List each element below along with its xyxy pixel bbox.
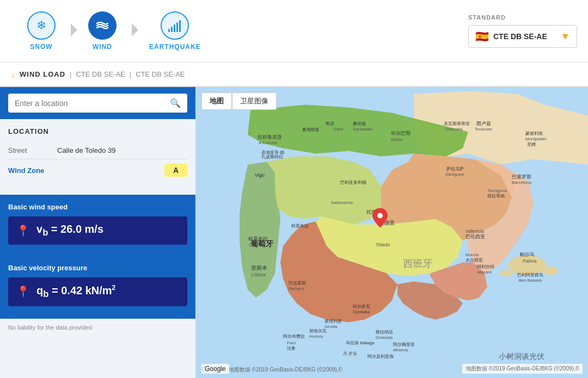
svg-text:Vigo: Vigo: [255, 172, 265, 178]
location-section-title: LOCATION: [8, 127, 187, 135]
svg-text:阿尔梅里亚: 阿尔梅里亚: [393, 342, 415, 347]
svg-point-7: [542, 267, 558, 275]
svg-text:阿尔及利亚海: 阿尔及利亚海: [367, 354, 394, 359]
wind-speed-formula: vb = 26.0 m/s: [36, 223, 103, 238]
map-attribution: 地图数据 ©2019 GeoBasis-DE/BKG (©2009),©: [462, 364, 583, 374]
svg-text:科英布拉: 科英布拉: [291, 224, 309, 228]
svg-text:丹·罗洛: 丹·罗洛: [343, 351, 357, 356]
svg-rect-3: [176, 22, 178, 32]
svg-point-74: [377, 213, 383, 219]
street-value: Calle de Toledo 39: [57, 146, 115, 154]
wind-speed-card: 📍 vb = 26.0 m/s: [8, 216, 187, 245]
wind-zone-label: Wind Zone: [8, 166, 159, 175]
svg-text:Palma: Palma: [523, 258, 537, 264]
svg-text:葡萄牙: 葡萄牙: [250, 239, 273, 248]
breadcrumb-main: WIND LOAD: [20, 70, 65, 78]
svg-text:Huelva: Huelva: [309, 334, 323, 339]
svg-text:巴利阿里群岛: 巴利阿里群岛: [517, 272, 543, 277]
svg-text:Tarragona: Tarragona: [487, 188, 507, 193]
breadcrumb-arrow-icon: ↓: [11, 70, 15, 79]
velocity-pressure-formula: qb = 0.42 kN/m2: [36, 284, 115, 300]
svg-text:圣瓦斯蒂蒂安: 圣瓦斯蒂蒂安: [444, 121, 470, 126]
svg-text:Granada: Granada: [376, 335, 393, 340]
svg-text:Illes Balears: Illes Balears: [518, 278, 542, 283]
svg-text:Almería: Almería: [393, 348, 408, 352]
spain-flag: 🇪🇸: [475, 30, 489, 43]
left-panel: 🔍 LOCATION Street Calle de Toledo 39 Win…: [0, 87, 196, 378]
svg-text:Barcelona: Barcelona: [512, 180, 532, 185]
svg-text:Badajoz: Badajoz: [289, 286, 304, 291]
snow-icon: ❄: [27, 11, 56, 40]
earthquake-label: EARTHQUAKE: [149, 43, 201, 51]
map-container[interactable]: 拉科鲁尼亚 A Coruña 奥维耶多 希洪 Gijón 桑坦德 Santand…: [196, 87, 588, 378]
google-label: Google: [205, 365, 226, 373]
breadcrumb-item1: CTE DB SE-AE: [76, 70, 125, 78]
wind-speed-pin-icon: 📍: [16, 224, 30, 237]
svg-text:Zaragoza: Zaragoza: [445, 172, 464, 177]
velocity-pressure-title: Basic velocity pressure: [8, 257, 187, 272]
tab-satellite[interactable]: 卫星图像: [232, 92, 277, 110]
svg-text:Faro: Faro: [287, 340, 296, 345]
standard-dropdown[interactable]: 🇪🇸 CTE DB SE-AE ▼: [468, 25, 577, 48]
svg-text:Toulouse: Toulouse: [475, 127, 493, 132]
svg-text:拉科鲁尼亚: 拉科鲁尼亚: [258, 134, 282, 140]
svg-text:Bilbao: Bilbao: [391, 137, 403, 142]
wind-speed-section: Basic wind speed 📍 vb = 26.0 m/s: [0, 195, 195, 257]
svg-text:希洪: 希洪: [326, 121, 334, 126]
svg-rect-1: [171, 27, 173, 32]
search-icon[interactable]: 🔍: [170, 98, 181, 108]
search-box: 🔍: [8, 94, 187, 113]
svg-point-8: [500, 270, 513, 277]
svg-text:Santander: Santander: [353, 127, 373, 132]
svg-text:蒙彼利埃: 蒙彼利埃: [525, 131, 543, 136]
svg-text:图卢兹: 图卢兹: [476, 121, 491, 126]
svg-text:Murcia: Murcia: [465, 252, 479, 257]
step-earthquake[interactable]: EARTHQUAKE: [133, 11, 217, 51]
main-layout: 🔍 LOCATION Street Calle de Toledo 39 Win…: [0, 87, 588, 378]
svg-text:Montpellier: Montpellier: [525, 137, 547, 141]
svg-text:Córdoba: Córdoba: [353, 309, 370, 314]
svg-text:塞维利亚: 塞维利亚: [324, 319, 342, 324]
svg-rect-2: [174, 24, 175, 32]
svg-text:巴利亚多利德: 巴利亚多利德: [340, 180, 366, 185]
svg-text:尼姆: 尼姆: [527, 142, 536, 147]
wind-speed-title: Basic wind speed: [8, 203, 187, 211]
svg-text:Valencia: Valencia: [465, 228, 484, 234]
breadcrumb-item2: CTE DB SE-AE: [136, 70, 185, 78]
svg-text:Donostia: Donostia: [445, 127, 463, 132]
search-container: 🔍: [0, 87, 195, 119]
map-tabs: 地图 卫星图像: [201, 92, 277, 110]
standard-section: STANDARD 🇪🇸 CTE DB SE-AE ▼: [468, 14, 577, 48]
search-input[interactable]: [15, 99, 166, 108]
wind-label: WIND: [93, 43, 112, 51]
street-row: Street Calle de Toledo 39: [8, 142, 187, 159]
breadcrumb-sep1: |: [70, 70, 71, 78]
panel-footer: No liability for the data provided: [0, 319, 195, 336]
street-label: Street: [8, 146, 52, 154]
disclaimer-text: No liability for the data provided: [8, 324, 92, 331]
svg-text:奥维耶多: 奥维耶多: [302, 127, 320, 132]
svg-text:Gijón: Gijón: [333, 127, 344, 132]
svg-text:里斯本: 里斯本: [251, 265, 267, 271]
svg-text:格拉纳达: 格拉纳达: [375, 330, 393, 334]
breadcrumb-sep2: |: [130, 70, 131, 78]
velocity-pressure-card: 📍 qb = 0.42 kN/m2: [8, 277, 187, 306]
svg-text:Salamanca: Salamanca: [331, 200, 353, 205]
google-branding: Google: [201, 364, 229, 374]
svg-text:法鲁: 法鲁: [287, 346, 296, 351]
standard-label: STANDARD: [468, 14, 506, 21]
svg-text:马拉加 Málaga: 马拉加 Málaga: [346, 340, 375, 345]
step-snow[interactable]: ❄ SNOW: [11, 11, 72, 51]
wind-icon: [88, 11, 117, 40]
svg-text:阿尔布费拉: 阿尔布费拉: [283, 334, 305, 339]
location-section: LOCATION Street Calle de Toledo 39 Wind …: [0, 119, 195, 189]
svg-text:西班牙: 西班牙: [403, 258, 432, 269]
svg-text:科尔多瓦: 科尔多瓦: [353, 304, 370, 309]
tab-map[interactable]: 地图: [201, 92, 232, 110]
nav-steps: ❄ SNOW WIND: [11, 11, 217, 51]
wind-zone-badge: A: [164, 164, 187, 177]
svg-text:巴达霍斯: 巴达霍斯: [289, 281, 306, 286]
svg-text:Toledo: Toledo: [376, 242, 390, 247]
step-wind[interactable]: WIND: [72, 11, 133, 51]
velocity-pressure-pin-icon: 📍: [16, 285, 30, 298]
